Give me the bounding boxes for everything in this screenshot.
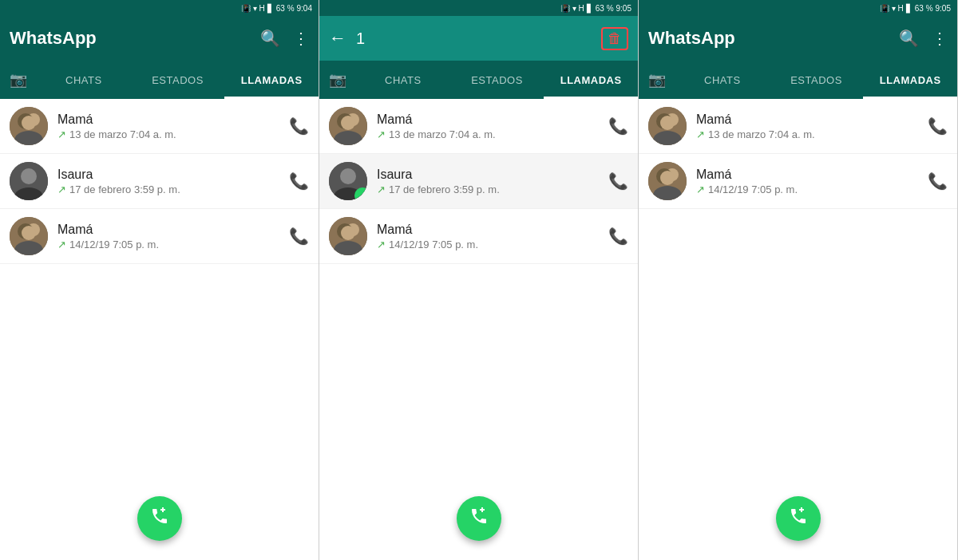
tab-llamadas-1[interactable]: LLAMADAS xyxy=(224,61,319,99)
tab-chats-3[interactable]: CHATS xyxy=(675,61,770,99)
outgoing-arrow-3-1: ↗ xyxy=(696,128,705,140)
svg-point-35 xyxy=(660,171,675,185)
phone-icon-2-1[interactable]: 📞 xyxy=(608,116,628,136)
status-bar-1: 📳 ▾ H ▋ 63 % 9:04 xyxy=(0,0,319,16)
app-header-3: WhatsApp 🔍 ⋮ xyxy=(639,16,957,61)
status-bar-2: 📳 ▾ H ▋ 63 % 9:05 xyxy=(319,0,638,16)
svg-point-17 xyxy=(341,116,355,130)
outgoing-arrow-1-1: ↗ xyxy=(57,128,66,140)
call-name-2-3: Mamá xyxy=(377,223,602,237)
call-name-2-2: Isaura xyxy=(377,168,602,182)
avatar-3-2 xyxy=(648,162,687,200)
tab-llamadas-2[interactable]: LLAMADAS xyxy=(544,61,638,99)
call-item-3-2[interactable]: Mamá ↗ 14/12/19 7:05 p. m. 📞 xyxy=(639,154,957,209)
tab-camera-1[interactable]: 📷 xyxy=(0,61,37,99)
call-date-3-1: 13 de marzo 7:04 a. m. xyxy=(708,128,815,140)
call-name-3-2: Mamá xyxy=(696,168,921,182)
wifi-icon-3: ▾ xyxy=(892,4,896,13)
more-icon-3[interactable]: ⋮ xyxy=(932,29,948,48)
call-info-1-1: Mamá ↗ 13 de marzo 7:04 a. m. xyxy=(57,112,283,140)
svg-point-6 xyxy=(21,168,37,184)
tab-camera-2[interactable]: 📷 xyxy=(319,61,356,99)
call-detail-2-3: ↗ 14/12/19 7:05 p. m. xyxy=(377,239,602,250)
call-name-1-2: Isaura xyxy=(57,168,283,182)
tab-llamadas-3[interactable]: LLAMADAS xyxy=(863,61,957,99)
call-list-3: Mamá ↗ 13 de marzo 7:04 a. m. 📞 xyxy=(639,99,957,560)
avatar-1-2 xyxy=(10,162,48,200)
avatar-2-3 xyxy=(329,217,367,255)
search-icon-1[interactable]: 🔍 xyxy=(260,29,280,48)
phone-icon-2-3[interactable]: 📞 xyxy=(608,227,628,246)
header-icons-3: 🔍 ⋮ xyxy=(899,29,948,48)
call-date-2-3: 14/12/19 7:05 p. m. xyxy=(389,239,478,250)
fab-3[interactable] xyxy=(776,496,821,541)
call-date-2-1: 13 de marzo 7:04 a. m. xyxy=(389,128,496,140)
app-title-1: WhatsApp xyxy=(10,28,260,49)
phone-icon-1-2[interactable]: 📞 xyxy=(289,172,309,191)
network-h-icon-2: H xyxy=(579,4,584,13)
avatar-2-2: ✓ xyxy=(329,162,367,200)
fab-1[interactable] xyxy=(137,496,182,541)
avatar-1-1 xyxy=(10,107,48,145)
call-item-1-1[interactable]: Mamá ↗ 13 de marzo 7:04 a. m. 📞 xyxy=(0,99,319,154)
camera-icon-2: 📷 xyxy=(329,71,346,89)
svg-point-25 xyxy=(341,226,355,240)
phone-panel-3: 📳 ▾ H ▋ 63 % 9:05 WhatsApp 🔍 ⋮ 📷 CHATS E… xyxy=(639,0,958,560)
call-list-2: Mamá ↗ 13 de marzo 7:04 a. m. 📞 ✓ Isaura xyxy=(319,99,638,560)
more-icon-1[interactable]: ⋮ xyxy=(293,29,309,48)
phone-panel-1: 📳 ▾ H ▋ 63 % 9:04 WhatsApp 🔍 ⋮ 📷 CHATS E… xyxy=(0,0,319,560)
app-title-3: WhatsApp xyxy=(648,28,899,49)
app-header-2: ← 1 🗑 xyxy=(319,16,638,61)
tab-chats-1[interactable]: CHATS xyxy=(37,61,131,99)
camera-icon-1: 📷 xyxy=(10,71,27,89)
tab-camera-3[interactable]: 📷 xyxy=(639,61,675,99)
phone-icon-3-1[interactable]: 📞 xyxy=(928,116,948,136)
outgoing-arrow-1-3: ↗ xyxy=(57,239,66,250)
call-item-2-3[interactable]: Mamá ↗ 14/12/19 7:05 p. m. 📞 xyxy=(319,209,638,264)
status-bar-3: 📳 ▾ H ▋ 63 % 9:05 xyxy=(639,0,957,16)
delete-button-box-2[interactable]: 🗑 xyxy=(601,27,628,50)
call-date-1-1: 13 de marzo 7:04 a. m. xyxy=(69,128,176,140)
status-icons-2: 📳 ▾ H ▋ 63 % 9:05 xyxy=(560,4,632,13)
tab-bar-1: 📷 CHATS ESTADOS LLAMADAS xyxy=(0,61,319,99)
tab-chats-2[interactable]: CHATS xyxy=(356,61,450,99)
call-date-1-3: 14/12/19 7:05 p. m. xyxy=(69,239,159,250)
fab-icon-1 xyxy=(150,507,169,530)
phone-icon-2-2[interactable]: 📞 xyxy=(608,172,628,191)
call-date-3-2: 14/12/19 7:05 p. m. xyxy=(708,183,798,195)
vibrate-icon-3: 📳 xyxy=(880,4,889,13)
back-button-2[interactable]: ← xyxy=(329,28,346,49)
call-item-2-1[interactable]: Mamá ↗ 13 de marzo 7:04 a. m. 📞 xyxy=(319,99,638,154)
signal-icon-3: ▋ xyxy=(906,4,912,13)
tab-bar-2: 📷 CHATS ESTADOS LLAMADAS xyxy=(319,61,638,99)
phone-icon-1-1[interactable]: 📞 xyxy=(289,116,309,136)
call-item-3-1[interactable]: Mamá ↗ 13 de marzo 7:04 a. m. 📞 xyxy=(639,99,957,154)
time-3: 9:05 xyxy=(936,4,951,13)
tab-estados-2[interactable]: ESTADOS xyxy=(450,61,544,99)
tab-bar-3: 📷 CHATS ESTADOS LLAMADAS xyxy=(639,61,957,99)
fab-2[interactable] xyxy=(457,496,501,541)
tab-estados-3[interactable]: ESTADOS xyxy=(770,61,864,99)
fab-icon-2 xyxy=(469,507,489,531)
call-detail-3-1: ↗ 13 de marzo 7:04 a. m. xyxy=(696,128,921,140)
camera-icon-3: 📷 xyxy=(648,71,666,89)
call-item-2-2[interactable]: ✓ Isaura ↗ 17 de febrero 3:59 p. m. 📞 xyxy=(319,154,638,209)
battery-2: 63 % xyxy=(596,4,614,13)
avatar-1-3 xyxy=(10,217,48,255)
phone-icon-1-3[interactable]: 📞 xyxy=(289,227,309,246)
search-icon-3[interactable]: 🔍 xyxy=(899,29,919,48)
call-info-3-1: Mamá ↗ 13 de marzo 7:04 a. m. xyxy=(696,112,921,140)
status-icons-3: 📳 ▾ H ▋ 63 % 9:05 xyxy=(880,4,952,13)
tab-estados-1[interactable]: ESTADOS xyxy=(131,61,225,99)
svg-point-4 xyxy=(22,116,36,130)
phone-icon-3-2[interactable]: 📞 xyxy=(928,172,948,191)
delete-icon-2: 🗑 xyxy=(608,30,622,47)
svg-point-19 xyxy=(340,168,356,184)
call-item-1-3[interactable]: Mamá ↗ 14/12/19 7:05 p. m. 📞 xyxy=(0,209,319,264)
call-info-1-2: Isaura ↗ 17 de febrero 3:59 p. m. xyxy=(57,168,283,195)
call-item-1-2[interactable]: Isaura ↗ 17 de febrero 3:59 p. m. 📞 xyxy=(0,154,319,209)
call-info-2-3: Mamá ↗ 14/12/19 7:05 p. m. xyxy=(377,223,602,250)
call-date-1-2: 17 de febrero 3:59 p. m. xyxy=(69,183,180,195)
battery-3: 63 % xyxy=(915,4,933,13)
avatar-3-1 xyxy=(648,107,687,145)
